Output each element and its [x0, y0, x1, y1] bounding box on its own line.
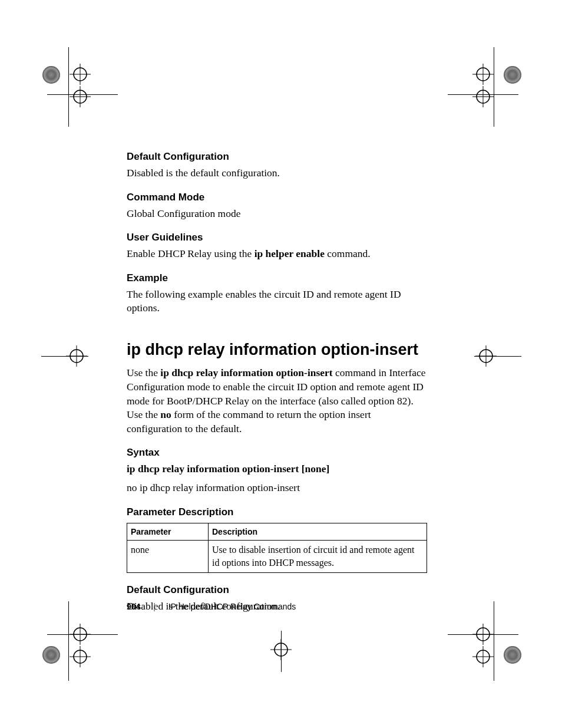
- crop-cross-icon: [471, 645, 495, 673]
- crop-cross-icon: [269, 638, 293, 666]
- page: Default Configuration Disabled is the de…: [0, 0, 562, 728]
- heading-user-guidelines: User Guidelines: [127, 231, 427, 245]
- td-description: Use to disable insertion of circuit id a…: [209, 541, 427, 572]
- crop-cross-icon: [65, 344, 88, 372]
- crop-cross-icon: [68, 645, 92, 673]
- th-description: Description: [209, 523, 427, 541]
- crop-cross-icon: [471, 85, 495, 113]
- text-command-mode: Global Configuration mode: [127, 207, 427, 221]
- text-example: The following example enables the circui…: [127, 288, 427, 315]
- text-user-guidelines: Enable DHCP Relay using the ip helper en…: [127, 247, 427, 261]
- table-row: none Use to disable insertion of circuit…: [127, 541, 427, 572]
- page-number: 904: [127, 602, 140, 611]
- command-title: ip dhcp relay information option-insert: [127, 339, 427, 360]
- text-default-configuration: Disabled is the default configuration.: [127, 166, 427, 180]
- parameter-table: Parameter Description none Use to disabl…: [127, 523, 427, 573]
- crop-medallion-icon: [42, 66, 60, 84]
- crop-medallion-icon: [42, 646, 60, 664]
- heading-command-mode: Command Mode: [127, 191, 427, 205]
- page-body: Default Configuration Disabled is the de…: [127, 150, 427, 618]
- heading-example: Example: [127, 272, 427, 285]
- heading-syntax: Syntax: [127, 446, 427, 460]
- heading-default-configuration: Default Configuration: [127, 150, 427, 164]
- page-footer: 904 | IP Helper/DHCP Relay Commands: [127, 601, 296, 612]
- td-parameter: none: [127, 541, 209, 572]
- chapter-title: IP Helper/DHCP Relay Commands: [168, 602, 296, 611]
- heading-default-configuration-2: Default Configuration: [127, 584, 427, 597]
- text-intro: Use the ip dhcp relay information option…: [127, 366, 427, 436]
- crop-cross-icon: [474, 344, 498, 372]
- crop-medallion-icon: [504, 646, 521, 664]
- heading-parameter-description: Parameter Description: [127, 506, 427, 519]
- syntax-line-2: no ip dhcp relay information option-inse…: [127, 481, 427, 495]
- syntax-line-1: ip dhcp relay information option-insert …: [127, 462, 427, 476]
- table-header-row: Parameter Description: [127, 523, 427, 541]
- crop-medallion-icon: [504, 66, 521, 84]
- footer-separator-icon: |: [153, 602, 156, 611]
- th-parameter: Parameter: [127, 523, 209, 541]
- crop-cross-icon: [68, 85, 92, 113]
